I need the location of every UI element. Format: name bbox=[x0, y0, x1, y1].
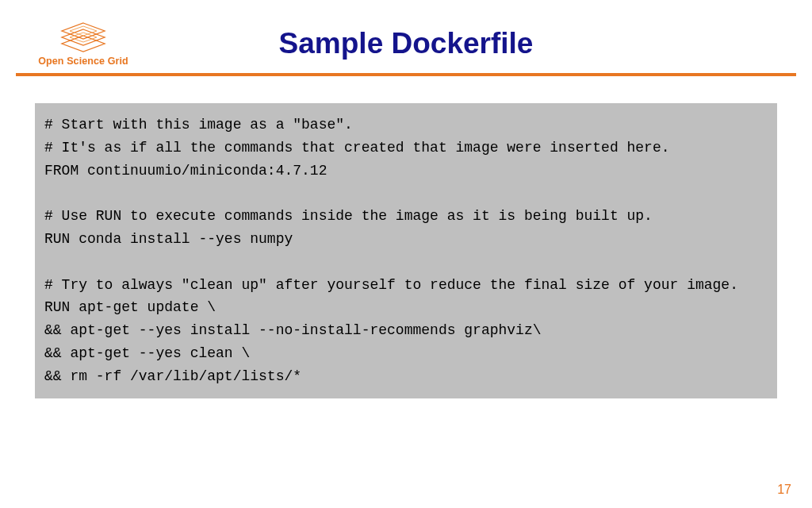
slide-title: Sample Dockerfile bbox=[24, 27, 788, 60]
slide-content: # Start with this image as a "base". # I… bbox=[0, 76, 812, 398]
svg-marker-1 bbox=[62, 29, 105, 45]
svg-marker-2 bbox=[62, 36, 105, 52]
svg-marker-0 bbox=[62, 23, 105, 39]
slide-header: Open Science Grid Sample Dockerfile bbox=[0, 0, 812, 73]
page-number: 17 bbox=[777, 483, 791, 497]
svg-marker-3 bbox=[70, 26, 97, 36]
osg-logo-icon bbox=[59, 21, 108, 53]
code-block: # Start with this image as a "base". # I… bbox=[35, 103, 777, 398]
svg-marker-4 bbox=[70, 33, 97, 42]
